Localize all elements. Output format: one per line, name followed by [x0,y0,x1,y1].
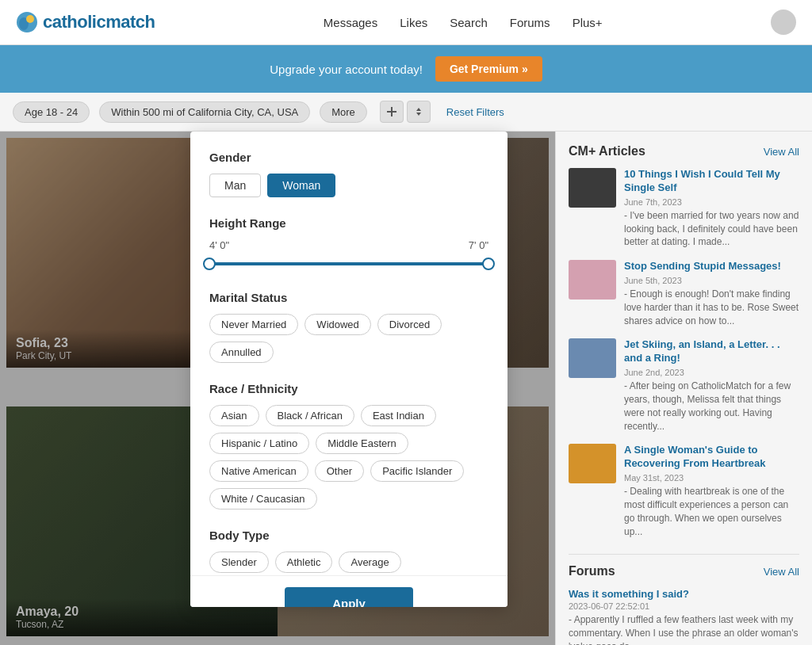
sidebar: CM+ Articles View All 10 Things I Wish I… [555,132,812,645]
premium-button[interactable]: Get Premium » [435,56,542,82]
apply-button[interactable]: Apply [285,587,413,607]
filter-icons [380,101,431,123]
chip-native-american[interactable]: Native American [209,460,308,482]
article-item-1: Stop Sending Stupid Messages! June 5th, … [569,260,799,327]
forums-view-all[interactable]: View All [764,566,799,578]
avatar[interactable] [771,10,796,35]
filter-bar: Age 18 - 24 Within 500 mi of California … [0,93,812,132]
height-min-label: 4' 0" [209,239,229,251]
modal-footer: Apply [190,575,508,607]
profile-grid: Sofia, 23 Park City, UT Amaya, 20 Tucson… [0,132,555,645]
chip-widowed[interactable]: Widowed [304,314,370,335]
forum-item-0: Was it something I said? 2023-06-07 22:5… [569,588,799,645]
article-excerpt-0: - I've been married for two years now an… [624,209,799,249]
chip-middle-eastern[interactable]: Middle Eastern [316,433,408,454]
forums-section: Forums View All Was it something I said?… [569,564,799,645]
race-ethnicity-section: Race / Ethnicity Asian Black / African E… [209,382,488,510]
forums-title: Forums [569,564,615,578]
body-type-section: Body Type Slender Athletic Average A few… [209,529,488,575]
chip-black-african[interactable]: Black / African [266,405,354,426]
height-range-fill [209,262,488,265]
chip-white-caucasian[interactable]: White / Caucasian [209,488,317,510]
nav-forums[interactable]: Forums [510,16,550,29]
header-right [771,10,796,35]
article-excerpt-2: - After being on CatholicMatch for a few… [624,380,799,433]
chip-annulled[interactable]: Annulled [209,342,274,363]
banner-text: Upgrade your account today! [270,63,423,76]
filter-modal: Gender Man Woman Height Range 4' 0" 7' 0… [190,132,508,607]
nav-likes[interactable]: Likes [400,16,427,29]
article-date-2: June 2nd, 2023 [624,368,799,377]
height-title: Height Range [209,216,488,230]
chip-average[interactable]: Average [339,551,400,573]
filter-age[interactable]: Age 18 - 24 [13,101,90,123]
chip-hispanic-latino[interactable]: Hispanic / Latino [209,433,309,454]
forums-header: Forums View All [569,564,799,578]
nav-messages[interactable]: Messages [324,16,377,29]
article-content-2: Jet Skiing, an Island, a Letter. . . and… [624,338,799,433]
chip-east-indian[interactable]: East Indian [361,405,436,426]
height-range-track [209,262,488,265]
logo[interactable]: catholicmatch [16,11,155,33]
gender-section: Gender Man Woman [209,151,488,197]
logo-icon [16,11,38,33]
article-title-0[interactable]: 10 Things I Wish I Could Tell My Single … [624,168,799,195]
article-content-3: A Single Woman's Guide to Recovering Fro… [624,444,799,538]
article-item-3: A Single Woman's Guide to Recovering Fro… [569,444,799,538]
chip-divorced[interactable]: Divorced [377,314,442,335]
gender-title: Gender [209,151,488,164]
chip-other[interactable]: Other [315,460,365,482]
article-excerpt-3: - Dealing with heartbreak is one of the … [624,485,799,538]
article-thumb-3 [569,444,616,483]
article-date-0: June 7th, 2023 [624,197,799,207]
header: catholicmatch Messages Likes Search Foru… [0,0,812,45]
forum-meta-0: 2023-06-07 22:52:01 [569,601,799,611]
height-thumb-right[interactable] [482,258,495,270]
article-item-0: 10 Things I Wish I Could Tell My Single … [569,168,799,249]
article-item-2: Jet Skiing, an Island, a Letter. . . and… [569,338,799,433]
article-date-3: May 31st, 2023 [624,473,799,483]
height-range-container[interactable] [209,256,488,272]
nav-plus[interactable]: Plus+ [573,16,603,29]
reset-filters-link[interactable]: Reset Filters [446,106,504,118]
gender-man-btn[interactable]: Man [209,174,261,197]
nav-search[interactable]: Search [450,16,488,29]
article-content-0: 10 Things I Wish I Could Tell My Single … [624,168,799,249]
article-title-2[interactable]: Jet Skiing, an Island, a Letter. . . and… [624,338,799,365]
article-excerpt-1: - Enough is enough! Don't make finding l… [624,288,799,327]
articles-header: CM+ Articles View All [569,144,799,158]
modal-scroll-area[interactable]: Gender Man Woman Height Range 4' 0" 7' 0… [190,132,508,575]
articles-view-all[interactable]: View All [764,146,799,158]
filter-location[interactable]: Within 500 mi of California City, CA, US… [99,101,310,123]
article-title-3[interactable]: A Single Woman's Guide to Recovering Fro… [624,444,799,471]
height-max-label: 7' 0" [469,239,488,251]
height-thumb-left[interactable] [203,258,216,270]
chip-athletic[interactable]: Athletic [275,551,333,573]
article-thumb-0 [569,168,616,208]
chip-never-married[interactable]: Never Married [209,314,298,335]
filter-add-icon[interactable] [380,101,404,123]
article-thumb-2 [569,338,616,378]
height-range-labels: 4' 0" 7' 0" [209,239,488,251]
svg-point-2 [26,15,34,23]
main-layout: Sofia, 23 Park City, UT Amaya, 20 Tucson… [0,132,812,645]
gender-woman-btn[interactable]: Woman [267,174,335,197]
forum-title-0[interactable]: Was it something I said? [569,588,799,600]
article-content-1: Stop Sending Stupid Messages! June 5th, … [624,260,799,327]
logo-text: catholicmatch [43,12,155,32]
filter-sort-icon[interactable] [407,101,431,123]
marital-status-chips: Never Married Widowed Divorced Annulled [209,314,488,363]
chip-asian[interactable]: Asian [209,405,259,426]
chip-slender[interactable]: Slender [209,551,269,573]
body-type-chips: Slender Athletic Average A few extra pou… [209,551,488,575]
article-title-1[interactable]: Stop Sending Stupid Messages! [624,260,799,273]
articles-title: CM+ Articles [569,144,645,158]
forum-excerpt-0: - Apparently I ruffled a few feathers la… [569,613,799,645]
articles-section: CM+ Articles View All 10 Things I Wish I… [569,144,799,538]
chip-pacific-islander[interactable]: Pacific Islander [370,460,464,482]
race-ethnicity-chips: Asian Black / African East Indian Hispan… [209,405,488,510]
upgrade-banner: Upgrade your account today! Get Premium … [0,45,812,93]
height-section: Height Range 4' 0" 7' 0" [209,216,488,272]
filter-more[interactable]: More [320,101,367,123]
article-thumb-1 [569,260,616,300]
